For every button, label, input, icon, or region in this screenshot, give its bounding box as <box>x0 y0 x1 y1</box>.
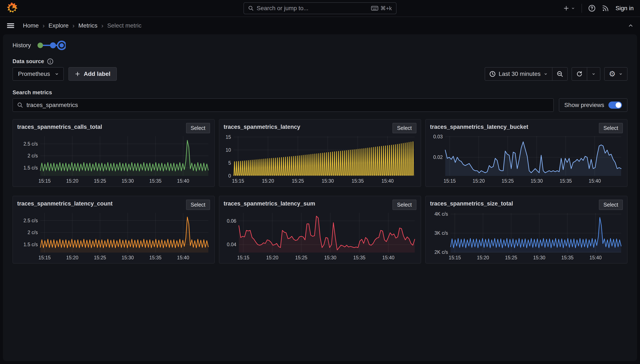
svg-text:0.04: 0.04 <box>227 242 236 247</box>
metric-panels-grid: traces_spanmetrics_calls_total Select 15… <box>12 119 628 264</box>
metric-select-button[interactable]: Select <box>186 123 210 133</box>
menu-toggle-button[interactable] <box>6 22 15 29</box>
search-row: traces_spanmetrics Show previews <box>12 98 628 112</box>
plus-icon <box>563 5 569 11</box>
svg-text:3K c/s: 3K c/s <box>434 230 448 236</box>
svg-text:15:15: 15:15 <box>232 178 244 184</box>
metric-panel-title: traces_spanmetrics_latency_bucket <box>430 123 528 130</box>
metric-panel-header: traces_spanmetrics_latency_sum Select <box>224 200 416 210</box>
add-label-text: Add label <box>84 70 110 77</box>
history-timeline[interactable] <box>37 40 66 51</box>
metric-select-button[interactable]: Select <box>392 123 416 133</box>
svg-text:15:20: 15:20 <box>262 178 274 184</box>
metric-preview-chart[interactable]: 15:1515:2015:2515:3015:3515:400.020.03 <box>430 134 623 184</box>
time-range-value: Last 30 minutes <box>499 70 540 77</box>
svg-text:15: 15 <box>226 134 231 140</box>
metric-select-button[interactable]: Select <box>599 123 623 133</box>
svg-text:15:25: 15:25 <box>295 255 308 260</box>
time-range-group: Last 30 minutes <box>485 67 568 81</box>
svg-text:15:25: 15:25 <box>94 255 106 260</box>
settings-button[interactable]: ⚙ <box>604 68 627 80</box>
metrics-search-input[interactable]: traces_spanmetrics <box>12 98 554 112</box>
metric-preview-chart[interactable]: 15:1515:2015:2515:3015:3515:402K c/s3K c… <box>430 211 623 261</box>
zoom-out-button[interactable] <box>552 68 567 80</box>
show-previews-toggle[interactable] <box>608 102 622 109</box>
metric-panel: traces_spanmetrics_latency_count Select … <box>12 196 215 264</box>
datasource-value: Prometheus <box>18 70 50 77</box>
refresh-interval-dropdown[interactable] <box>587 68 600 80</box>
svg-text:15:25: 15:25 <box>502 178 514 184</box>
svg-text:15:40: 15:40 <box>589 178 601 184</box>
news-button[interactable] <box>602 5 609 12</box>
svg-text:15:40: 15:40 <box>177 255 189 260</box>
svg-text:0.02: 0.02 <box>433 154 443 160</box>
breadcrumb: Home › Explore › Metrics › Select metric <box>23 22 142 29</box>
keyboard-icon <box>371 6 378 11</box>
metric-select-button[interactable]: Select <box>392 200 416 210</box>
search-icon <box>17 102 23 108</box>
sign-in-button[interactable]: Sign in <box>616 5 634 12</box>
refresh-button[interactable] <box>572 68 587 80</box>
breadcrumb-separator: › <box>72 22 74 29</box>
svg-text:15:20: 15:20 <box>66 178 78 184</box>
controls-row: Prometheus Add label Last 30 minutes <box>12 67 628 81</box>
metric-panel-header: traces_spanmetrics_size_total Select <box>430 200 623 210</box>
datasource-picker[interactable]: Prometheus <box>12 67 64 81</box>
datasource-section: Data source <box>12 58 628 64</box>
time-toolbar: Last 30 minutes ⚙ <box>485 67 628 81</box>
metric-preview-chart[interactable]: 15:1515:2015:2515:3015:3515:40051015 <box>224 134 416 184</box>
metric-panel-header: traces_spanmetrics_latency Select <box>224 123 416 133</box>
collapse-controls-button[interactable] <box>628 23 634 28</box>
plus-icon <box>75 71 80 77</box>
zoom-out-icon <box>557 71 563 77</box>
history-node-step[interactable] <box>50 42 56 48</box>
add-label-button[interactable]: Add label <box>68 67 117 81</box>
chevron-down-icon <box>544 72 548 76</box>
metric-preview-chart[interactable]: 15:1515:2015:2515:3015:3515:400.040.06 <box>224 211 416 261</box>
metric-select-button[interactable]: Select <box>599 200 623 210</box>
svg-text:15:15: 15:15 <box>38 178 51 184</box>
chevron-down-icon <box>54 72 59 76</box>
chevron-down-icon <box>618 72 623 76</box>
svg-text:0: 0 <box>228 173 231 178</box>
svg-text:0.06: 0.06 <box>227 218 236 224</box>
metric-preview-chart[interactable]: 15:1515:2015:2515:3015:3515:401.5 c/s2 c… <box>17 211 210 261</box>
history-node-start[interactable] <box>38 42 43 48</box>
svg-text:15:40: 15:40 <box>382 178 394 184</box>
time-range-picker[interactable]: Last 30 minutes <box>485 68 552 80</box>
svg-text:15:20: 15:20 <box>266 255 278 260</box>
clock-icon <box>489 71 496 77</box>
svg-text:15:40: 15:40 <box>177 178 189 184</box>
breadcrumb-metrics[interactable]: Metrics <box>78 22 98 29</box>
metric-select-button[interactable]: Select <box>186 200 210 210</box>
settings-group: ⚙ <box>604 67 628 81</box>
svg-text:1.5 c/s: 1.5 c/s <box>24 242 38 247</box>
search-metrics-section: Search metrics <box>12 89 628 96</box>
breadcrumb-explore[interactable]: Explore <box>48 22 69 29</box>
global-search-input[interactable]: Search or jump to... ⌘+k <box>244 2 396 14</box>
metric-panel-title: traces_spanmetrics_calls_total <box>17 123 102 130</box>
grafana-logo[interactable] <box>6 2 18 14</box>
refresh-icon <box>576 71 582 77</box>
info-icon[interactable] <box>47 58 54 64</box>
svg-text:2.5 c/s: 2.5 c/s <box>24 218 38 223</box>
search-icon <box>248 6 254 11</box>
svg-text:15:15: 15:15 <box>38 255 51 260</box>
svg-text:15:25: 15:25 <box>292 178 304 184</box>
search-metrics-label: Search metrics <box>12 89 52 96</box>
rss-icon <box>602 5 609 12</box>
metric-preview-chart[interactable]: 15:1515:2015:2515:3015:3515:401.5 c/s2 c… <box>17 134 210 184</box>
breadcrumb-home[interactable]: Home <box>23 22 39 29</box>
help-icon <box>588 5 596 12</box>
metric-panel: traces_spanmetrics_calls_total Select 15… <box>12 119 215 187</box>
svg-text:5: 5 <box>228 160 231 166</box>
history-row: History <box>12 40 628 50</box>
help-button[interactable] <box>588 5 596 12</box>
chevron-up-icon <box>628 23 634 28</box>
svg-text:15:25: 15:25 <box>505 255 517 260</box>
new-button[interactable] <box>563 5 575 11</box>
metric-panel: traces_spanmetrics_latency_sum Select 15… <box>219 196 421 264</box>
svg-text:10: 10 <box>226 147 231 153</box>
metric-panel: traces_spanmetrics_latency Select 15:151… <box>219 119 421 187</box>
svg-text:2 c/s: 2 c/s <box>28 153 38 158</box>
